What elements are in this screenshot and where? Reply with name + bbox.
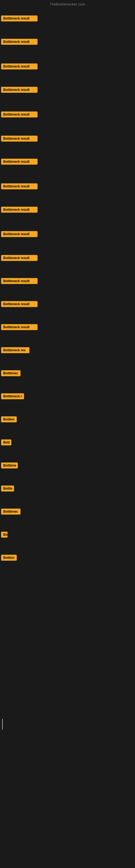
bottleneck-result-row[interactable]: Bottleneck result [1,112,38,119]
bottleneck-badge[interactable]: Bottleneck result [1,278,38,284]
bottleneck-badge[interactable]: Bottleneck result [1,135,38,142]
bottleneck-result-row[interactable]: Bottlenec [1,370,20,377]
bottleneck-result-row[interactable]: Bottle [1,486,14,493]
bottleneck-result-row[interactable]: Bottleneck res [1,347,30,354]
bottleneck-badge[interactable]: Bottleneck result [1,255,38,261]
bottleneck-badge[interactable]: Bottle [1,486,14,492]
bottleneck-result-row[interactable]: Bottleneck result [1,255,38,262]
bottleneck-result-row[interactable]: Bottleneck result [1,183,38,190]
bottleneck-result-row[interactable]: Bottleneck result [1,278,38,285]
bottleneck-badge[interactable]: Bottleneck result [1,16,38,22]
bottleneck-badge[interactable]: Bottlen [1,555,17,561]
bottleneck-badge[interactable]: Bottlenec [1,508,20,515]
bottleneck-result-row[interactable]: Bottleneck result [1,87,38,94]
bottleneck-result-row[interactable]: Bottlenec [1,508,20,516]
bottleneck-badge[interactable]: Bottleneck result [1,301,38,307]
bottleneck-result-row[interactable]: Bottleneck result [1,135,38,143]
bottleneck-badge[interactable]: Bottleneck result [1,39,38,45]
bottleneck-badge[interactable]: Bottlene [1,463,18,468]
bottleneck-badge[interactable]: Bottleneck result [1,159,38,165]
bottleneck-result-row[interactable]: Bottlen [1,416,17,424]
bottleneck-result-row[interactable]: Bottleneck result [1,231,38,238]
bottleneck-badge[interactable]: Bottleneck result [1,183,38,189]
site-header: TheBottlenecker.com [0,0,135,7]
bottleneck-result-row[interactable]: Bottleneck result [1,63,38,70]
bottleneck-result-row[interactable]: Bottleneck result [1,159,38,166]
bottleneck-result-row[interactable]: Bottleneck result [1,207,38,214]
bottleneck-result-row[interactable]: Bottleneck result [1,301,38,308]
bottleneck-result-row[interactable]: Bottlen [1,555,17,562]
bottleneck-badge[interactable]: Bottlen [1,416,17,422]
bottleneck-badge[interactable]: Bottleneck r [1,393,24,399]
bottleneck-result-row[interactable]: Bottleneck result [1,324,38,331]
bottleneck-badge[interactable]: Bottleneck result [1,207,38,213]
bottleneck-result-row[interactable]: Bo [1,532,8,539]
cursor [2,719,3,730]
site-title: TheBottlenecker.com [50,2,85,6]
bottleneck-result-row[interactable]: Bott [1,439,11,446]
bottleneck-result-row[interactable]: Bottleneck result [1,39,38,46]
bottleneck-badge[interactable]: Bottlenec [1,370,20,376]
bottleneck-badge[interactable]: Bottleneck result [1,112,38,118]
bottleneck-badge[interactable]: Bo [1,532,8,538]
bottleneck-badge[interactable]: Bottleneck result [1,63,38,69]
bottleneck-badge[interactable]: Bottleneck result [1,231,38,237]
bottleneck-badge[interactable]: Bottleneck res [1,347,30,353]
bottleneck-badge[interactable]: Bottleneck result [1,87,38,93]
bottleneck-badge[interactable]: Bottleneck result [1,324,38,330]
bottleneck-result-row[interactable]: Bottleneck r [1,393,24,400]
bottleneck-result-row[interactable]: Bottlene [1,463,18,469]
bottleneck-badge[interactable]: Bott [1,439,11,445]
bottleneck-result-row[interactable]: Bottleneck result [1,16,38,23]
